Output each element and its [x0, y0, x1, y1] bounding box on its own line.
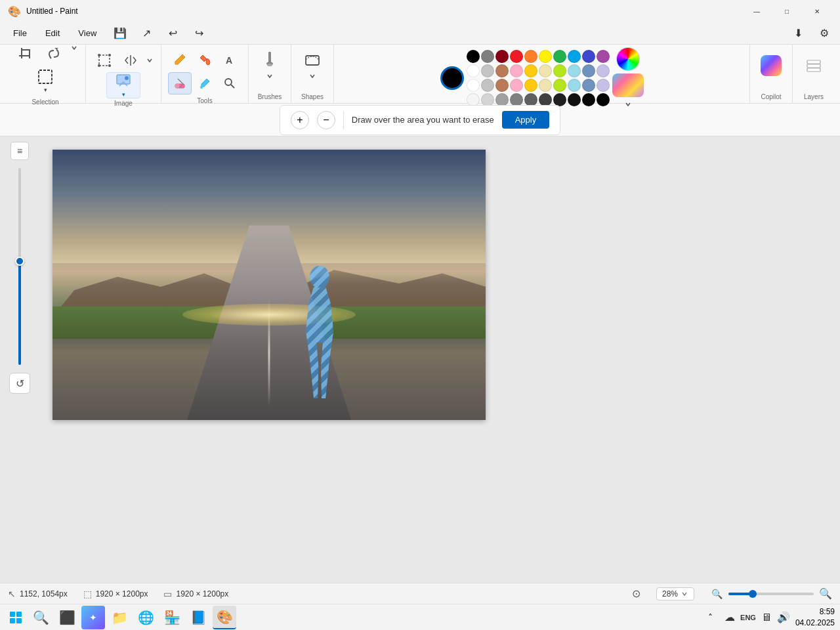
color-dot[interactable] — [467, 64, 480, 77]
share-button[interactable]: ↗ — [136, 24, 157, 43]
color-dot[interactable] — [597, 93, 610, 106]
color-dot[interactable] — [597, 79, 610, 92]
pencil-tool[interactable] — [168, 49, 192, 71]
taskbar-paint[interactable]: 🎨 — [213, 606, 236, 629]
save-button[interactable]: 💾 — [110, 24, 131, 43]
color-dot[interactable] — [510, 64, 523, 77]
taskbar-files[interactable]: 📁 — [108, 606, 131, 629]
color-dot[interactable] — [553, 64, 566, 77]
color-dot[interactable] — [597, 64, 610, 77]
view-fit-button[interactable]: ⊙ — [632, 587, 640, 600]
text-tool[interactable]: A — [218, 49, 242, 71]
color-dot[interactable] — [467, 50, 480, 63]
transform-button[interactable] — [93, 49, 116, 72]
color-dot[interactable] — [539, 50, 552, 63]
color-dot[interactable] — [524, 50, 537, 63]
zoom-thumb[interactable] — [749, 590, 757, 598]
zoom-track[interactable] — [728, 593, 814, 595]
color-dot[interactable] — [568, 79, 581, 92]
zoom-slider-track[interactable] — [18, 168, 21, 365]
zoom-in-button[interactable]: 🔍 — [819, 587, 832, 600]
color-dot[interactable] — [510, 50, 523, 63]
color-wheel[interactable] — [616, 47, 640, 71]
color-dot[interactable] — [582, 93, 595, 106]
undo-button[interactable]: ↩ — [162, 24, 183, 43]
zoom-out-button[interactable]: 🔍 — [710, 587, 723, 600]
svg-rect-3 — [29, 51, 30, 58]
color-dot[interactable] — [568, 50, 581, 63]
color-dot[interactable] — [495, 79, 509, 92]
start-button[interactable] — [5, 607, 26, 628]
flip-button[interactable] — [119, 49, 142, 72]
fill-tool[interactable] — [193, 49, 217, 71]
selection-main-button[interactable]: ▾ — [31, 66, 60, 96]
taskbar-copilot[interactable]: ✦ — [81, 606, 105, 629]
layers-button[interactable] — [799, 49, 828, 83]
color-dot[interactable] — [539, 64, 552, 77]
rotate-dropdown-icon[interactable] — [70, 43, 79, 52]
color-dot[interactable] — [597, 50, 610, 63]
color-dot[interactable] — [495, 64, 509, 77]
refresh-button[interactable]: ↺ — [9, 373, 30, 394]
color-dot[interactable] — [553, 79, 566, 92]
color-dot[interactable] — [481, 79, 494, 92]
color-dot[interactable] — [582, 50, 595, 63]
tray-display[interactable]: 🖥 — [761, 612, 772, 623]
flip-dropdown-icon[interactable] — [145, 56, 154, 65]
image-ai-button[interactable]: ▾ — [106, 72, 140, 98]
color-dot[interactable] — [524, 64, 537, 77]
tray-network[interactable]: ☁ — [724, 611, 735, 623]
apply-button[interactable]: Apply — [502, 111, 550, 129]
crop-button[interactable] — [12, 43, 38, 64]
colors-content — [440, 47, 644, 109]
tray-datetime[interactable]: 8:59 04.02.2025 — [795, 606, 835, 629]
eraser-tool[interactable] — [168, 72, 192, 94]
minimize-button[interactable]: — — [742, 0, 772, 22]
close-button[interactable]: ✕ — [802, 0, 832, 22]
taskbar-outlook[interactable]: 📘 — [186, 606, 210, 629]
color-dot[interactable] — [582, 64, 595, 77]
colors-dropdown-icon[interactable] — [623, 100, 633, 109]
maximize-button[interactable]: □ — [772, 0, 802, 22]
color-dot[interactable] — [495, 50, 509, 63]
taskbar-store[interactable]: 🏪 — [160, 606, 184, 629]
color-dot[interactable] — [568, 64, 581, 77]
color-dot[interactable] — [481, 64, 494, 77]
svg-rect-15 — [175, 84, 179, 88]
color-picker-tool[interactable] — [193, 72, 217, 94]
view-menu[interactable]: View — [70, 26, 104, 41]
zoom-dropdown[interactable]: 28% — [656, 587, 694, 600]
zoom-slider-thumb[interactable] — [15, 257, 24, 266]
download-button[interactable]: ⬇ — [788, 24, 808, 43]
color-dot[interactable] — [467, 79, 480, 92]
color-dot[interactable] — [582, 79, 595, 92]
file-menu[interactable]: File — [5, 26, 35, 41]
color-dot[interactable] — [568, 93, 581, 106]
selected-color-swatch[interactable] — [440, 66, 464, 90]
color-dot[interactable] — [539, 79, 552, 92]
edit-menu[interactable]: Edit — [37, 26, 68, 41]
taskbar-search[interactable]: 🔍 — [29, 606, 52, 629]
tray-lang[interactable]: ENG — [740, 614, 756, 621]
color-dot[interactable] — [524, 79, 537, 92]
selection-size: ⬚ 1920 × 1200px — [83, 589, 148, 599]
shapes-button[interactable] — [298, 49, 327, 83]
erase-zoom-out-button[interactable]: − — [317, 111, 335, 129]
canvas-image[interactable] — [52, 150, 486, 420]
copilot-button[interactable] — [757, 49, 786, 83]
selection-section: ▾ Selection — [5, 45, 86, 103]
tray-volume[interactable]: 🔊 — [777, 611, 790, 623]
taskbar-task-view[interactable]: ⬛ — [55, 606, 79, 629]
redo-button[interactable]: ↪ — [188, 24, 209, 43]
tray-chevron[interactable]: ˄ — [701, 608, 719, 627]
rotate-button[interactable] — [41, 43, 67, 64]
color-dot[interactable] — [553, 50, 566, 63]
copilot-color-icon[interactable] — [612, 74, 644, 97]
taskbar-edge[interactable]: 🌐 — [134, 606, 158, 629]
brushes-button[interactable] — [255, 49, 284, 83]
magnifier-tool[interactable] — [218, 72, 242, 94]
settings-button[interactable]: ⚙ — [814, 24, 835, 43]
erase-zoom-in-button[interactable]: + — [291, 111, 309, 129]
color-dot[interactable] — [481, 50, 494, 63]
color-dot[interactable] — [510, 79, 523, 92]
